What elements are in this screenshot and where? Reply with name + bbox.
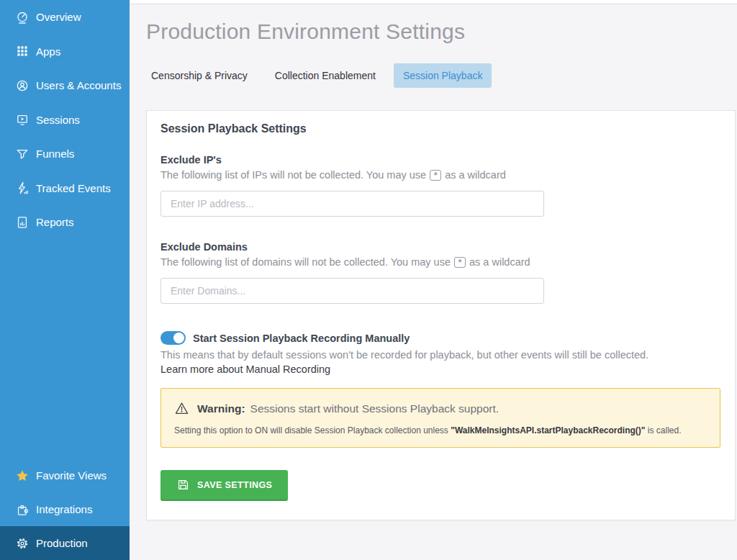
learn-more-link[interactable]: Learn more about Manual Recording xyxy=(160,363,330,375)
lightning-icon xyxy=(15,181,30,195)
exclude-domains-desc-after: as a wildcard xyxy=(469,256,530,268)
main-content: Production Environment Settings Censorsh… xyxy=(130,0,737,560)
warning-title: Warning: xyxy=(197,402,245,415)
tab-censorship-privacy[interactable]: Censorship & Privacy xyxy=(142,63,257,88)
warning-box: Warning: Sessions start without Sessions… xyxy=(160,388,720,448)
exclude-ips-input[interactable] xyxy=(160,191,544,217)
sidebar: Overview Apps Users & Accounts xyxy=(0,0,130,560)
tab-session-playback[interactable]: Session Playback xyxy=(394,63,492,88)
wildcard-key-icon: * xyxy=(430,170,441,181)
save-disk-icon xyxy=(176,478,190,492)
tab-bar: Censorship & Privacy Collection Enableme… xyxy=(142,63,737,88)
sidebar-item-label: Reports xyxy=(36,216,74,228)
card-title: Session Playback Settings xyxy=(160,121,721,137)
wildcard-key-icon: * xyxy=(454,257,466,268)
sidebar-item-label: Tracked Events xyxy=(36,182,111,194)
save-button-label: SAVE SETTINGS xyxy=(197,480,272,490)
sidebar-item-label: Overview xyxy=(36,11,81,23)
sidebar-item-label: Funnels xyxy=(36,148,74,160)
sidebar-item-apps[interactable]: Apps xyxy=(0,35,130,69)
manual-recording-label: Start Session Playback Recording Manuall… xyxy=(193,333,410,344)
sidebar-item-production[interactable]: Production xyxy=(0,526,130,560)
funnel-icon xyxy=(15,147,30,161)
exclude-ips-desc-before: The following list of IPs will not be co… xyxy=(160,169,426,181)
exclude-ips-desc-after: as a wildcard xyxy=(445,169,506,181)
exclude-domains-desc-before: The following list of domains will not b… xyxy=(160,256,451,268)
toggle-knob xyxy=(173,333,184,343)
sidebar-item-label: Apps xyxy=(36,45,60,58)
exclude-ips-label: Exclude IP's xyxy=(160,154,721,166)
sidebar-nav: Overview Apps Users & Accounts xyxy=(0,0,130,240)
sidebar-item-tracked-events[interactable]: Tracked Events xyxy=(0,171,130,206)
top-strip xyxy=(130,0,737,4)
exclude-ips-description: The following list of IPs will not be co… xyxy=(160,169,721,181)
page-title: Production Environment Settings xyxy=(146,19,737,44)
sidebar-item-integrations[interactable]: Integrations xyxy=(0,492,130,526)
gauge-icon xyxy=(15,10,30,24)
sidebar-item-favorite-views[interactable]: Favorite Views xyxy=(0,459,130,492)
exclude-domains-description: The following list of domains will not b… xyxy=(160,256,721,268)
sidebar-bottom-nav: Favorite Views Integrations Producti xyxy=(0,459,130,560)
warning-detail: Setting this option to ON will disable S… xyxy=(174,425,707,435)
warning-code: "WalkMeInsightsAPI.startPlaybackRecordin… xyxy=(451,425,645,435)
warning-message: Sessions start without Sessions Playback… xyxy=(250,402,499,415)
play-monitor-icon xyxy=(15,112,30,127)
warning-triangle-icon xyxy=(174,401,189,416)
sidebar-item-sessions[interactable]: Sessions xyxy=(0,103,130,137)
tab-collection-enablement[interactable]: Collection Enablement xyxy=(266,63,385,88)
sidebar-item-reports[interactable]: Reports xyxy=(0,205,130,240)
sidebar-item-label: Users & Accounts xyxy=(36,79,121,91)
sidebar-item-users-accounts[interactable]: Users & Accounts xyxy=(0,68,130,103)
manual-recording-description: This means that by default sessions won'… xyxy=(160,349,721,361)
save-settings-button[interactable]: SAVE SETTINGS xyxy=(160,470,288,501)
sidebar-item-overview[interactable]: Overview xyxy=(0,0,130,35)
sidebar-spacer xyxy=(0,240,130,459)
exclude-domains-input[interactable] xyxy=(160,278,544,304)
sidebar-item-label: Favorite Views xyxy=(36,469,107,482)
user-circle-icon xyxy=(15,78,30,93)
exclude-domains-label: Exclude Domains xyxy=(160,241,721,253)
sidebar-item-label: Sessions xyxy=(36,114,80,126)
sidebar-item-label: Integrations xyxy=(36,503,92,515)
sidebar-item-funnels[interactable]: Funnels xyxy=(0,137,130,171)
report-icon xyxy=(15,215,30,230)
puzzle-icon xyxy=(15,502,30,517)
gear-icon xyxy=(15,536,30,551)
star-icon xyxy=(15,469,30,483)
grid-icon xyxy=(15,44,30,58)
session-playback-settings-card: Session Playback Settings Exclude IP's T… xyxy=(146,110,736,520)
manual-recording-row: Start Session Playback Recording Manuall… xyxy=(160,331,721,345)
manual-recording-toggle[interactable] xyxy=(160,331,186,345)
sidebar-item-label: Production xyxy=(36,537,88,549)
